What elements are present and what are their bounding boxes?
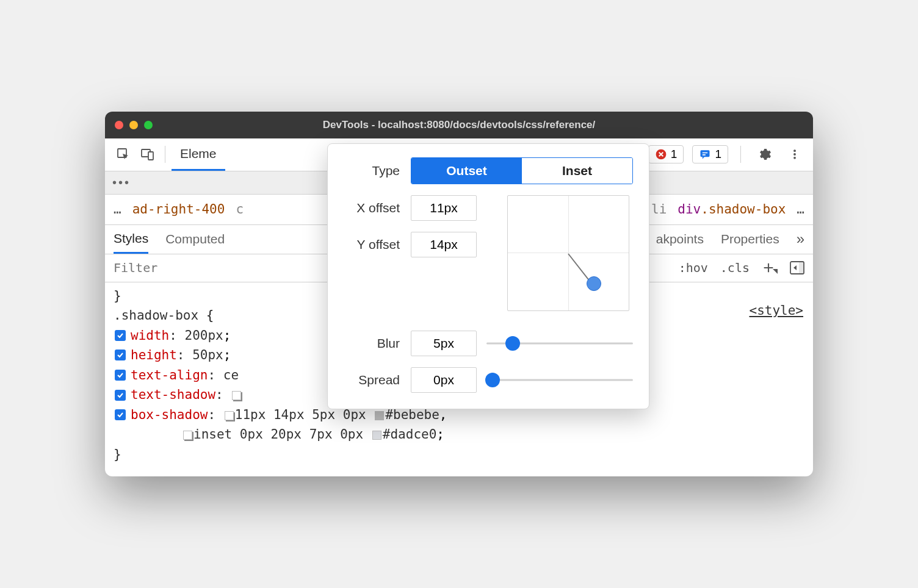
- kebab-icon: [789, 148, 801, 160]
- spread-input[interactable]: [411, 367, 477, 393]
- shadow-swatch-icon[interactable]: [232, 391, 241, 400]
- xy-offset-pad[interactable]: [507, 195, 629, 311]
- svg-point-7: [793, 157, 796, 159]
- error-icon: [655, 148, 667, 160]
- xy-line: [568, 253, 590, 282]
- x-offset-input[interactable]: [411, 195, 477, 221]
- breadcrumb-ellipsis[interactable]: …: [797, 202, 804, 217]
- property-box-shadow-line2[interactable]: inset 0px 20px 7px 0px #dadce0;: [114, 425, 804, 445]
- gear-icon: [757, 147, 772, 162]
- property-checkbox[interactable]: [115, 370, 126, 381]
- cls-button[interactable]: .cls: [714, 260, 756, 275]
- property-checkbox[interactable]: [115, 409, 126, 420]
- subtab-properties[interactable]: Properties: [721, 225, 779, 254]
- toolbar-right: 1 1: [648, 143, 806, 165]
- inspect-element-icon[interactable]: [112, 143, 134, 165]
- new-style-rule-button[interactable]: [756, 261, 784, 274]
- subtab-breakpoints[interactable]: akpoints: [656, 225, 704, 254]
- breadcrumb-ellipsis[interactable]: …: [114, 202, 121, 217]
- devtools-window: DevTools - localhost:8080/docs/devtools/…: [105, 112, 813, 477]
- spread-slider[interactable]: [486, 373, 633, 387]
- hov-button[interactable]: :hov: [673, 260, 714, 275]
- type-row: Type Outset Inset: [344, 157, 633, 184]
- type-outset-button[interactable]: Outset: [411, 158, 522, 184]
- svg-rect-9: [799, 262, 804, 274]
- message-icon: [699, 148, 711, 160]
- close-window-button[interactable]: [115, 121, 123, 129]
- property-checkbox[interactable]: [115, 390, 126, 401]
- rule-close: }: [114, 445, 804, 465]
- traffic-lights: [105, 121, 153, 129]
- blur-label: Blur: [344, 336, 411, 351]
- x-offset-label: X offset: [344, 201, 411, 215]
- error-count: 1: [671, 148, 678, 161]
- more-button[interactable]: [784, 143, 806, 165]
- settings-button[interactable]: [753, 143, 775, 165]
- color-swatch[interactable]: [375, 411, 384, 420]
- tab-elements[interactable]: Eleme: [172, 138, 225, 171]
- property-checkbox[interactable]: [115, 350, 126, 360]
- source-link[interactable]: <style>: [749, 301, 803, 321]
- breadcrumb-item[interactable]: li: [651, 202, 667, 217]
- error-badge[interactable]: 1: [648, 145, 684, 163]
- more-tabs-button[interactable]: »: [797, 231, 804, 248]
- property-checkbox[interactable]: [115, 330, 126, 341]
- breadcrumb-item[interactable]: c: [236, 202, 244, 217]
- window-title: DevTools - localhost:8080/docs/devtools/…: [105, 119, 813, 131]
- xy-handle[interactable]: [587, 276, 601, 291]
- svg-point-6: [793, 153, 796, 156]
- shadow-editor-popover: Type Outset Inset X offset Y offset Blur: [327, 143, 649, 409]
- y-offset-label: Y offset: [344, 237, 411, 252]
- spread-row: Spread: [344, 367, 633, 393]
- color-swatch[interactable]: [372, 431, 381, 440]
- subtab-computed[interactable]: Computed: [165, 225, 225, 254]
- message-count: 1: [715, 148, 721, 161]
- spread-label: Spread: [344, 373, 411, 387]
- blur-slider[interactable]: [486, 336, 633, 351]
- shadow-swatch-icon[interactable]: [225, 411, 234, 420]
- svg-rect-4: [701, 150, 710, 157]
- shadow-swatch-icon[interactable]: [183, 431, 192, 440]
- toggle-sidebar-button[interactable]: [784, 261, 813, 274]
- blur-row: Blur: [344, 331, 633, 356]
- y-offset-input[interactable]: [411, 232, 477, 257]
- svg-rect-2: [148, 152, 153, 160]
- type-inset-button[interactable]: Inset: [522, 158, 632, 184]
- caret-icon: [773, 269, 778, 274]
- sidebar-icon: [790, 261, 804, 274]
- blur-input[interactable]: [411, 331, 477, 356]
- titlebar: DevTools - localhost:8080/docs/devtools/…: [105, 112, 813, 138]
- breadcrumb-item[interactable]: ad-right-400: [132, 202, 225, 217]
- type-toggle: Outset Inset: [411, 157, 633, 184]
- messages-badge[interactable]: 1: [692, 145, 728, 163]
- maximize-window-button[interactable]: [144, 121, 153, 129]
- divider: [740, 146, 741, 163]
- minimize-window-button[interactable]: [129, 121, 138, 129]
- subtab-styles[interactable]: Styles: [114, 225, 148, 254]
- svg-point-5: [793, 149, 796, 152]
- type-label: Type: [344, 163, 411, 178]
- divider: [165, 146, 165, 163]
- breadcrumb-item-selected[interactable]: div.shadow-box: [678, 202, 786, 217]
- device-toggle-icon[interactable]: [137, 143, 159, 165]
